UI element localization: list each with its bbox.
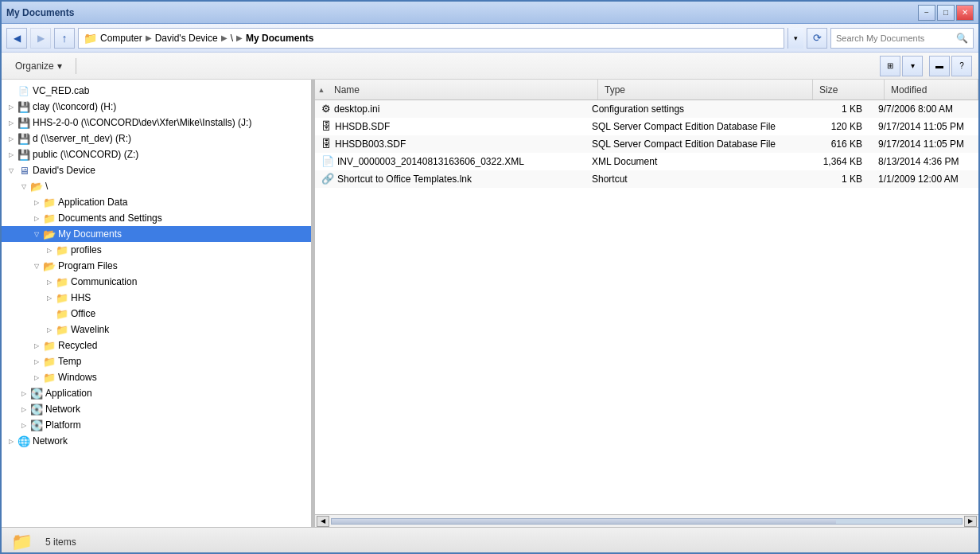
toggle-hhs200: ▷ <box>5 116 18 129</box>
table-row[interactable]: 🗄 HHSDB003.SDF SQL Server Compact Editio… <box>315 135 978 153</box>
close-button[interactable]: ✕ <box>956 5 974 21</box>
col-header-size[interactable]: Size <box>813 80 885 99</box>
tree-item-office[interactable]: 📁 Office <box>2 306 311 322</box>
search-input[interactable] <box>836 33 956 43</box>
up-button[interactable]: ↑ <box>54 28 75 49</box>
folder-icon-windows: 📁 <box>43 371 56 384</box>
tree-item-temp[interactable]: ▷ 📁 Temp <box>2 353 311 369</box>
file-type-cell: XML Document <box>585 156 800 167</box>
file-size-cell: 1,364 KB <box>800 156 872 167</box>
organize-button[interactable]: Organize ▾ <box>8 56 69 76</box>
tree-item-mydocs[interactable]: ▽ 📂 My Documents <box>2 226 311 242</box>
sort-arrow: ▲ <box>315 86 328 94</box>
address-dropdown-button[interactable]: ▾ <box>788 28 803 49</box>
file-size-cell: 120 KB <box>800 121 872 132</box>
tree-item-clay[interactable]: ▷ 💾 clay (\\concord) (H:) <box>2 99 311 115</box>
file-modified-cell: 1/1/2009 12:00 AM <box>872 174 978 185</box>
search-box[interactable]: 🔍 <box>830 28 974 49</box>
address-part-computer: Computer <box>100 33 142 44</box>
file-size-cell: 616 KB <box>800 138 872 150</box>
col-header-name[interactable]: Name <box>328 80 598 99</box>
file-name: INV_0000003_20140813163606_0322.XML <box>337 156 524 167</box>
tree-item-vc-red[interactable]: 📄 VC_RED.cab <box>2 83 311 99</box>
statusbar: 📁 5 items <box>2 527 978 554</box>
hscroll-right[interactable]: ▶ <box>964 516 977 527</box>
tree-item-backslash[interactable]: ▽ 📂 \ <box>2 178 311 194</box>
back-button[interactable]: ◀ <box>6 28 27 49</box>
tree-item-hhs200[interactable]: ▷ 💾 HHS-2-0-0 (\\CONCORD\dev\Xfer\Mike\I… <box>2 115 311 131</box>
file-type-cell: SQL Server Compact Edition Database File <box>585 121 800 132</box>
forward-button[interactable]: ▶ <box>30 28 51 49</box>
tree-item-appdata[interactable]: ▷ 📁 Application Data <box>2 194 311 210</box>
folder-icon-recycled: 📁 <box>43 339 56 352</box>
file-type-cell: Configuration settings <box>585 103 800 115</box>
toggle-platform: ▷ <box>18 419 30 431</box>
hscroll-track[interactable] <box>331 518 962 525</box>
tree-item-hhs-folder[interactable]: ▷ 📁 HHS <box>2 290 311 306</box>
file-type-icon: 📄 <box>321 155 334 167</box>
hscrollbar[interactable]: ◀ ▶ <box>315 514 978 527</box>
tree-item-application[interactable]: ▷ 💽 Application <box>2 385 311 401</box>
col-header-modified[interactable]: Modified <box>885 80 978 99</box>
folder-icon-communication: 📁 <box>56 275 68 288</box>
toggle-hhs-folder: ▷ <box>43 291 56 304</box>
toggle-temp: ▷ <box>30 355 43 368</box>
minimize-button[interactable]: − <box>918 5 935 21</box>
status-folder-icon: 📁 <box>11 532 33 552</box>
file-type-icon: ⚙ <box>321 103 331 115</box>
folder-icon-appdata: 📁 <box>43 196 56 209</box>
tree-pane[interactable]: 📄 VC_RED.cab ▷ 💾 clay (\\concord) (H:) ▷… <box>2 80 312 527</box>
pane-button[interactable]: ▬ <box>929 56 950 76</box>
search-icon: 🔍 <box>956 33 968 44</box>
file-name: HHSDB.SDF <box>335 121 390 132</box>
help-button[interactable]: ? <box>951 56 972 76</box>
view-dropdown-button[interactable]: ▾ <box>902 56 923 76</box>
toggle-windows: ▷ <box>30 371 43 384</box>
file-type-cell: Shortcut <box>585 174 800 185</box>
tree-item-public[interactable]: ▷ 💾 public (\\CONCORD) (Z:) <box>2 146 311 162</box>
toggle-docsettings: ▷ <box>30 212 43 224</box>
hscroll-left[interactable]: ◀ <box>317 516 329 527</box>
hscroll-thumb[interactable] <box>332 519 836 524</box>
maximize-button[interactable]: □ <box>937 5 955 21</box>
table-row[interactable]: 🔗 Shortcut to Office Templates.lnk Short… <box>315 170 978 188</box>
refresh-button[interactable]: ⟳ <box>807 28 827 49</box>
tree-item-docsettings[interactable]: ▷ 📁 Documents and Settings <box>2 210 311 226</box>
tree-item-wavelink[interactable]: ▷ 📁 Wavelink <box>2 322 311 337</box>
file-name-cell: 🔗 Shortcut to Office Templates.lnk <box>315 173 585 185</box>
file-list[interactable]: ⚙ desktop.ini Configuration settings 1 K… <box>315 100 978 514</box>
tree-item-network-root[interactable]: ▷ 🌐 Network <box>2 433 311 449</box>
drive-icon-application: 💽 <box>30 387 43 400</box>
network-icon: 🌐 <box>18 435 30 447</box>
tree-item-davids-device[interactable]: ▽ 🖥 David's Device <box>2 162 311 178</box>
toggle-network-root: ▷ <box>5 435 18 447</box>
tree-item-profiles[interactable]: ▷ 📁 profiles <box>2 242 311 258</box>
tree-item-communication[interactable]: ▷ 📁 Communication <box>2 274 311 290</box>
organize-label: Organize <box>15 60 54 72</box>
table-row[interactable]: 🗄 HHSDB.SDF SQL Server Compact Edition D… <box>315 118 978 135</box>
drive-icon-network-drive: 💽 <box>30 403 43 416</box>
tree-item-windows[interactable]: ▷ 📁 Windows <box>2 369 311 385</box>
table-row[interactable]: 📄 INV_0000003_20140813163606_0322.XML XM… <box>315 153 978 170</box>
computer-icon: 🖥 <box>18 164 30 177</box>
file-name: Shortcut to Office Templates.lnk <box>337 174 472 185</box>
address-bar[interactable]: 📁 Computer ▶ David's Device ▶ \ ▶ My Doc… <box>78 28 784 49</box>
view-button[interactable]: ⊞ <box>880 56 900 76</box>
folder-icon-docsettings: 📁 <box>43 212 56 224</box>
tree-item-network-drive[interactable]: ▷ 💽 Network <box>2 401 311 417</box>
tree-item-platform[interactable]: ▷ 💽 Platform <box>2 417 311 433</box>
file-modified-cell: 8/13/2014 4:36 PM <box>872 156 978 167</box>
tree-item-progfiles[interactable]: ▽ 📂 Program Files <box>2 258 311 274</box>
tree-item-d-drive[interactable]: ▷ 💾 d (\\server_nt_dev) (R:) <box>2 131 311 146</box>
window-title: My Documents <box>6 7 74 18</box>
address-part-backslash: \ <box>231 33 233 44</box>
column-headers: ▲ Name Type Size Modified <box>315 80 978 100</box>
navbar: ◀ ▶ ↑ 📁 Computer ▶ David's Device ▶ \ ▶ … <box>2 24 978 53</box>
toolbar: Organize ▾ ⊞ ▾ ▬ ? <box>2 53 978 80</box>
toggle-clay: ▷ <box>5 100 18 113</box>
toggle-appdata: ▷ <box>30 196 43 209</box>
col-header-type[interactable]: Type <box>598 80 813 99</box>
table-row[interactable]: ⚙ desktop.ini Configuration settings 1 K… <box>315 100 978 118</box>
titlebar: My Documents − □ ✕ <box>2 2 978 24</box>
tree-item-recycled[interactable]: ▷ 📁 Recycled <box>2 337 311 353</box>
